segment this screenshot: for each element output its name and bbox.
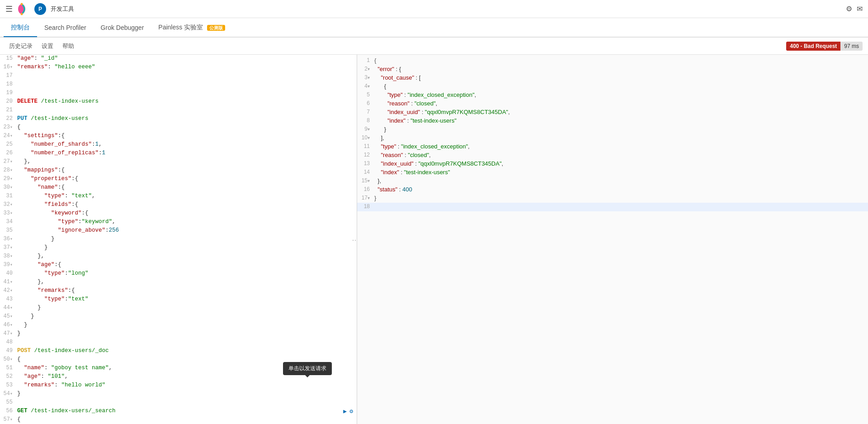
tab-console[interactable]: 控制台	[4, 19, 37, 37]
table-row: 41 },	[0, 278, 357, 287]
table-row: 15 },	[357, 177, 868, 186]
line-content: "age": "_id"	[17, 55, 357, 62]
line-content: "index" : "test-index-users"	[374, 168, 868, 176]
line-number: 37	[0, 244, 17, 251]
table-row: 8 "index" : "test-index-users"	[357, 117, 868, 125]
line-number: 18	[0, 81, 17, 87]
line-number: 42	[0, 287, 17, 294]
tab-search-profiler[interactable]: Search Profiler	[37, 19, 94, 37]
right-code-editor[interactable]: 1 { 2 "error" : { 3 "root_cause" : [ 4 {…	[357, 55, 868, 424]
line-number: 14	[357, 168, 374, 175]
table-row: 17 }	[357, 194, 868, 203]
line-content	[17, 89, 357, 90]
line-number: 38	[0, 252, 17, 259]
line-content: POST /test-index-users/_doc	[17, 347, 357, 354]
tools-icon[interactable]: ⚙	[349, 408, 353, 415]
line-number: 35	[0, 227, 17, 233]
table-row: 30 "name":{	[0, 184, 357, 192]
line-number: 15	[0, 55, 17, 62]
table-row: 4 {	[357, 82, 868, 91]
table-row: 34 "type":"keyword",	[0, 218, 357, 227]
table-row: 33 "keyword":{	[0, 210, 357, 218]
line-number: 13	[357, 160, 374, 167]
status-code-badge: 400 - Bad Request	[786, 42, 840, 51]
table-row: 6 "reason" : "closed",	[357, 100, 868, 108]
line-content: "reason" : "closed",	[374, 100, 868, 107]
line-content	[17, 399, 357, 400]
line-number: 52	[0, 373, 17, 380]
line-number: 53	[0, 381, 17, 388]
line-number: 44	[0, 304, 17, 311]
svg-point-3	[21, 13, 23, 15]
line-number: 32	[0, 201, 17, 208]
line-content: "type":"keyword",	[17, 218, 357, 225]
line-content: "ignore_above":256	[17, 227, 357, 234]
line-content: },	[17, 252, 357, 260]
line-number: 9	[357, 125, 374, 132]
line-content	[374, 203, 868, 204]
line-number: 16	[0, 63, 17, 70]
table-row: 15 "age": "_id"	[0, 55, 357, 63]
mail-icon[interactable]: ✉	[857, 5, 863, 13]
kibana-logo	[17, 3, 30, 15]
status-area: 400 - Bad Request 97 ms	[786, 42, 863, 51]
line-number: 25	[0, 141, 17, 148]
table-row: 13 "index_uuid" : "qqxl0mvpR7KQMS8CT345D…	[357, 160, 868, 168]
line-number: 18	[357, 203, 374, 210]
table-row: 54 }	[0, 390, 357, 399]
table-row: 2 "error" : {	[357, 65, 868, 74]
editor-area: 15 "age": "_id" 16 "remarks": "hello eee…	[0, 55, 868, 424]
table-row: 17	[0, 72, 357, 81]
user-avatar[interactable]: P	[34, 3, 46, 15]
line-content: "root_cause" : [	[374, 74, 868, 81]
tab-painless-label: Painless 实验室	[158, 24, 203, 31]
tab-grok-debugger[interactable]: Grok Debugger	[94, 19, 151, 37]
history-button[interactable]: 历史记录	[5, 40, 36, 52]
line-number: 47	[0, 330, 17, 337]
line-number: 31	[0, 192, 17, 199]
tooltip-text: 单击以发送请求	[288, 365, 326, 372]
line-content: "settings":{	[17, 132, 357, 139]
line-content: "fields":{	[17, 201, 357, 208]
line-number: 19	[0, 89, 17, 96]
line-number: 11	[357, 143, 374, 149]
line-content: {	[17, 416, 357, 423]
table-row: 53 "remarks": "hello world"	[0, 381, 357, 390]
line-number: 15	[357, 177, 374, 184]
line-number: 51	[0, 364, 17, 371]
line-content: "number_of_replicas":1	[17, 149, 357, 157]
send-request-icon[interactable]: ▶	[343, 408, 347, 415]
line-content: "remarks": "hello eeee"	[17, 63, 357, 71]
line-content: "name":{	[17, 184, 357, 191]
table-row: 16 "remarks": "hello eeee"	[0, 63, 357, 72]
table-row: 43 "type":"text"	[0, 295, 357, 304]
line-number: 3	[357, 74, 374, 81]
line-number: 26	[0, 149, 17, 156]
line-content: DELETE /test-index-users	[17, 98, 357, 105]
line-content: "error" : {	[374, 65, 868, 73]
settings-button[interactable]: 设置	[38, 40, 57, 52]
line-content: "index_uuid" : "qqxl0mvpR7KQMS8CT345DA",	[374, 108, 868, 116]
line-content	[17, 338, 357, 339]
resize-handle[interactable]: ⋮	[354, 55, 357, 424]
tab-painless[interactable]: Painless 实验室 公测版	[151, 19, 232, 37]
table-row: 9 }	[357, 125, 868, 134]
table-row: 11 "type" : "index_closed_exception",	[357, 143, 868, 151]
line-content: }	[17, 235, 357, 243]
line-number: 39	[0, 261, 17, 268]
line-content: },	[17, 158, 357, 165]
settings-icon[interactable]: ⚙	[846, 5, 852, 13]
table-row: 27 },	[0, 158, 357, 167]
beta-badge: 公测版	[207, 25, 225, 31]
line-number: 17	[0, 72, 17, 79]
line-number: 20	[0, 98, 17, 105]
line-number: 23	[0, 124, 17, 130]
help-button[interactable]: 帮助	[59, 40, 78, 52]
line-content: "age":{	[17, 261, 357, 268]
table-row: 28 "mappings":{	[0, 167, 357, 175]
line-content: "remarks":{	[17, 287, 357, 294]
table-row: 22 PUT /test-index-users	[0, 115, 357, 124]
line-number: 56	[0, 407, 17, 414]
hamburger-menu[interactable]: ☰	[5, 4, 13, 14]
line-content: },	[17, 278, 357, 286]
